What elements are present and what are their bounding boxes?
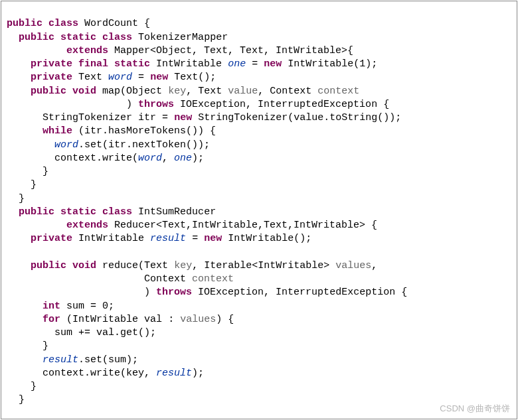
line-1: public class WordCount { [7, 18, 150, 29]
line-21: ) throws IOException, InterruptedExcepti… [7, 287, 407, 298]
line-9: while (itr.hasMoreTokens()) { [7, 125, 216, 137]
line-8: StringTokenizer itr = new StringTokenize… [7, 112, 401, 123]
line-23: for (IntWritable val : values) { [7, 314, 234, 325]
line-17: private IntWritable result = new IntWrit… [7, 233, 311, 244]
line-28: } [7, 381, 37, 392]
line-24: sum += val.get(); [7, 327, 156, 338]
line-11: context.write(word, one); [7, 153, 204, 164]
line-5: private Text word = new Text(); [7, 72, 216, 83]
line-25: } [7, 340, 48, 352]
line-12: } [7, 166, 48, 177]
line-22: int sum = 0; [7, 301, 114, 312]
watermark: CSDN @曲奇饼饼 [440, 403, 510, 415]
line-7: ) throws IOException, InterruptedExcepti… [7, 99, 389, 110]
line-16: extends Reducer<Text,IntWritable,Text,In… [7, 220, 377, 231]
line-14: } [7, 193, 25, 204]
line-19: public void reduce(Text key, Iterable<In… [7, 260, 377, 271]
line-15: public static class IntSumReducer [7, 206, 216, 218]
line-3: extends Mapper<Object, Text, Text, IntWr… [7, 45, 353, 56]
line-6: public void map(Object key, Text value, … [7, 86, 359, 97]
line-27: context.write(key, result); [7, 368, 204, 379]
line-29: } [7, 394, 25, 405]
line-10: word.set(itr.nextToken()); [7, 139, 210, 151]
line-4: private final static IntWritable one = n… [7, 58, 377, 70]
code-viewer: public class WordCount { public static c… [1, 1, 517, 419]
line-2: public static class TokenizerMapper [7, 32, 228, 43]
line-20: Context context [7, 273, 234, 285]
line-26: result.set(sum); [7, 354, 138, 366]
line-13: } [7, 179, 37, 190]
